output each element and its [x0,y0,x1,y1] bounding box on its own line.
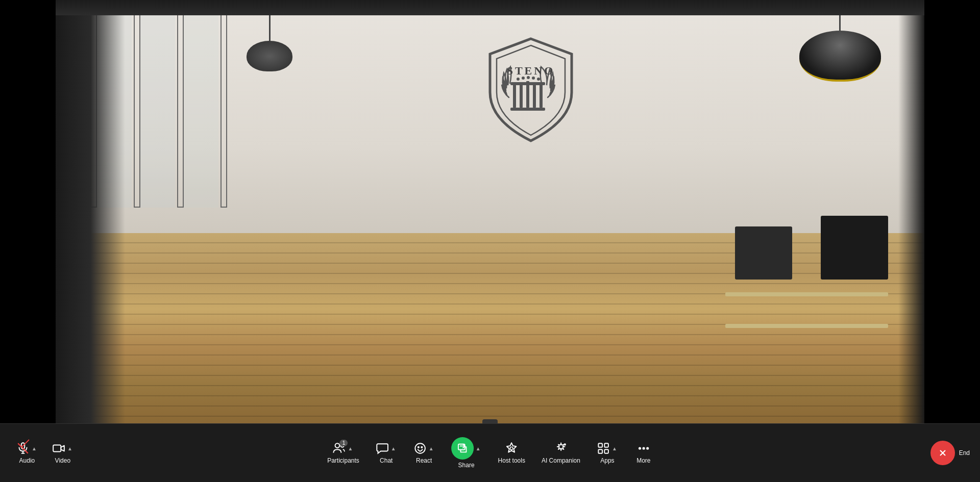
svg-rect-1 [520,82,523,108]
apps-label: Apps [600,457,614,464]
react-chevron[interactable]: ▲ [428,445,435,452]
audio-button[interactable]: ▲ Audio [10,438,44,468]
audio-chevron[interactable]: ▲ [31,445,38,452]
share-button[interactable]: ▲ Share [445,433,488,473]
participants-count: 1 [339,440,348,446]
video-notch [482,419,498,423]
svg-point-32 [643,447,644,449]
svg-rect-5 [510,82,545,85]
svg-rect-0 [513,85,516,108]
svg-point-31 [639,447,641,449]
apps-icon [597,442,610,455]
svg-point-11 [537,78,540,81]
apps-chevron[interactable]: ▲ [611,445,618,452]
chat-chevron[interactable]: ▲ [390,445,397,452]
toolbar-left-controls: ▲ Audio ▲ Video [10,438,112,468]
more-button[interactable]: More [628,438,659,468]
toolbar-center-controls: 1 ▲ Participants ▲ Chat [321,433,659,473]
react-icon [413,442,427,455]
svg-rect-28 [604,443,608,447]
svg-point-21 [418,447,419,448]
ceiling-rail [56,0,924,15]
chat-button[interactable]: ▲ Chat [370,438,403,468]
side-bar-left [0,0,56,423]
ai-companion-label: AI Companion [542,457,580,464]
end-button[interactable] [930,441,955,465]
svg-point-20 [415,443,425,453]
chat-label: Chat [380,457,393,464]
svg-rect-27 [598,443,602,447]
svg-rect-30 [604,449,608,453]
office-background: STENO [56,0,924,423]
audio-label: Audio [19,457,35,464]
svg-rect-29 [598,449,602,453]
participants-label: Participants [327,457,359,464]
react-label: React [416,457,432,464]
share-icon [451,437,474,460]
svg-text:STENO: STENO [507,64,555,77]
svg-point-18 [335,443,340,448]
participants-icon: 1 [333,442,346,455]
react-button[interactable]: ▲ React [407,438,441,468]
video-button[interactable]: ▲ Video [46,438,80,468]
more-icon [637,442,650,455]
share-label: Share [458,462,475,469]
chat-icon [376,442,389,455]
svg-rect-6 [510,108,545,111]
participants-chevron[interactable]: ▲ [347,445,354,452]
ai-companion-button[interactable]: AI Companion [535,438,586,468]
apps-button[interactable]: ▲ Apps [591,438,624,468]
toolbar: ▲ Audio ▲ Video [0,423,980,482]
svg-rect-3 [533,82,536,108]
video-area: STENO [56,0,924,423]
audio-icon [16,442,30,455]
svg-rect-17 [53,445,61,452]
video-icon [52,442,65,455]
right-office-area [716,127,907,339]
toolbar-right-controls: End [868,441,970,465]
svg-point-7 [517,78,520,81]
video-label: Video [55,457,70,464]
end-label: End [959,449,970,456]
left-shadow [56,0,125,423]
share-chevron[interactable]: ▲ [475,445,482,452]
svg-point-25 [510,447,513,449]
svg-rect-4 [540,85,543,108]
steno-logo: STENO [480,34,582,146]
host-tools-label: Host tools [498,457,525,464]
video-chevron[interactable]: ▲ [66,445,74,452]
svg-point-33 [647,447,648,449]
participants-button[interactable]: 1 ▲ Participants [321,438,365,468]
ai-companion-icon [554,442,568,455]
side-bar-right [924,0,980,423]
host-tools-icon [505,442,518,455]
svg-point-22 [421,447,422,448]
svg-point-26 [564,443,566,445]
host-tools-button[interactable]: Host tools [492,438,531,468]
more-label: More [636,457,650,464]
